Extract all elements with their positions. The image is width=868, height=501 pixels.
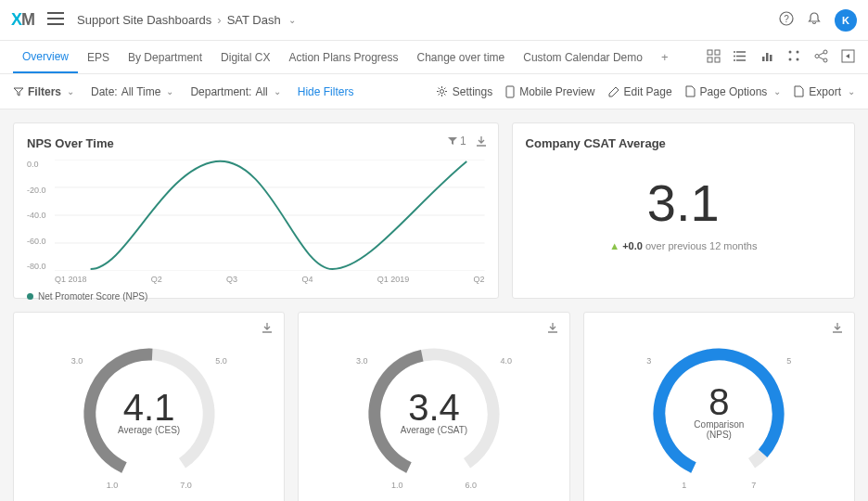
tab-action-plans[interactable]: Action Plans Progress (279, 41, 407, 73)
logo: XM (11, 10, 34, 30)
tab-by-department[interactable]: By Department (119, 41, 211, 73)
tab-change-over-time[interactable]: Change over time (408, 41, 515, 73)
svg-point-17 (815, 54, 819, 58)
download-icon[interactable] (832, 322, 843, 336)
gauge-ces-card: 4.1 Average (CES) 3.0 5.0 1.0 7.0 (13, 312, 285, 501)
breadcrumb-current[interactable]: SAT Dash (227, 13, 281, 27)
legend-dot-icon (27, 293, 33, 300)
bar-chart-icon[interactable] (760, 49, 774, 66)
chevron-down-icon[interactable]: ⌄ (288, 15, 296, 25)
nps-over-time-card: NPS Over Time 1 0.0 -20.0 -40.0 -60.0 -8… (13, 122, 499, 299)
list-icon[interactable] (734, 49, 747, 66)
svg-rect-3 (715, 50, 720, 55)
svg-rect-11 (770, 55, 772, 61)
svg-rect-21 (506, 86, 514, 97)
chevron-down-icon: ⌄ (773, 86, 781, 96)
tab-digital-cx[interactable]: Digital CX (211, 41, 279, 73)
svg-point-14 (789, 58, 792, 60)
gauge-nps-card: 8 Comparison (NPS) 3 5 1 7 (583, 312, 855, 501)
fullscreen-icon[interactable] (841, 49, 855, 66)
tab-eps[interactable]: EPS (78, 41, 119, 73)
svg-point-8 (734, 59, 735, 61)
chevron-down-icon: ⌄ (166, 86, 173, 96)
csat-delta: ▲ +0.0 over previous 12 months (526, 240, 841, 251)
breadcrumb: Support Site Dashboards › SAT Dash ⌄ (77, 13, 296, 27)
chevron-down-icon: ⌄ (848, 86, 855, 96)
help-icon[interactable]: ? (779, 11, 794, 29)
svg-rect-2 (708, 50, 712, 55)
svg-point-15 (797, 58, 799, 60)
mobile-preview-button[interactable]: Mobile Preview (505, 85, 594, 98)
date-filter[interactable]: Date: All Time ⌄ (91, 85, 173, 98)
chart-legend: Net Promoter Score (NPS) (27, 291, 485, 302)
page-options-button[interactable]: Page Options⌄ (685, 85, 782, 98)
nps-line-chart: 0.0 -20.0 -40.0 -60.0 -80.0 (55, 160, 485, 271)
edit-page-button[interactable]: Edit Page (608, 85, 672, 98)
svg-point-16 (823, 50, 827, 54)
add-tab-button[interactable]: + (652, 50, 678, 64)
download-icon[interactable] (547, 322, 558, 336)
gauge-nps: 8 Comparison (NPS) 3 5 1 7 (645, 340, 793, 488)
download-icon[interactable] (476, 135, 487, 148)
export-button[interactable]: Export⌄ (794, 85, 855, 98)
chevron-down-icon: ⌄ (67, 86, 74, 96)
share-icon[interactable] (814, 49, 828, 66)
svg-point-7 (734, 55, 735, 57)
settings-button[interactable]: Settings (436, 85, 492, 98)
bell-icon[interactable] (807, 11, 822, 29)
svg-point-6 (734, 51, 735, 53)
stats-icon[interactable] (787, 49, 801, 66)
csat-value: 3.1 (526, 173, 841, 233)
grid-icon[interactable] (707, 49, 721, 66)
company-csat-card: Company CSAT Average 3.1 ▲ +0.0 over pre… (512, 122, 855, 299)
svg-rect-10 (766, 53, 769, 61)
gauge-ces: 4.1 Average (CES) 3.0 5.0 1.0 7.0 (75, 340, 223, 488)
tab-custom-calendar[interactable]: Custom Calendar Demo (514, 41, 652, 73)
svg-point-12 (789, 50, 792, 53)
svg-point-13 (797, 50, 799, 53)
svg-text:?: ? (784, 14, 789, 24)
up-arrow-icon: ▲ (609, 240, 619, 251)
card-title: Company CSAT Average (526, 136, 841, 150)
gauge-csat-card: 3.4 Average (CSAT) 3.0 4.0 1.0 6.0 (298, 312, 569, 501)
filters-button[interactable]: Filters ⌄ (13, 85, 74, 98)
card-title: NPS Over Time (27, 136, 485, 150)
chevron-right-icon: › (217, 13, 221, 27)
hide-filters-button[interactable]: Hide Filters (298, 85, 354, 98)
svg-rect-9 (762, 57, 765, 61)
hamburger-icon[interactable] (47, 12, 64, 28)
gauge-csat: 3.4 Average (CSAT) 3.0 4.0 1.0 6.0 (360, 340, 508, 488)
svg-rect-4 (708, 58, 712, 62)
chevron-down-icon: ⌄ (274, 86, 281, 96)
breadcrumb-parent[interactable]: Support Site Dashboards (77, 13, 211, 27)
svg-point-18 (823, 58, 827, 62)
filter-count[interactable]: 1 (448, 135, 466, 148)
svg-rect-5 (715, 58, 720, 62)
svg-point-20 (440, 90, 443, 94)
department-filter[interactable]: Department: All ⌄ (190, 85, 280, 98)
tab-overview[interactable]: Overview (13, 41, 78, 73)
avatar[interactable]: K (835, 9, 857, 32)
download-icon[interactable] (262, 322, 273, 336)
